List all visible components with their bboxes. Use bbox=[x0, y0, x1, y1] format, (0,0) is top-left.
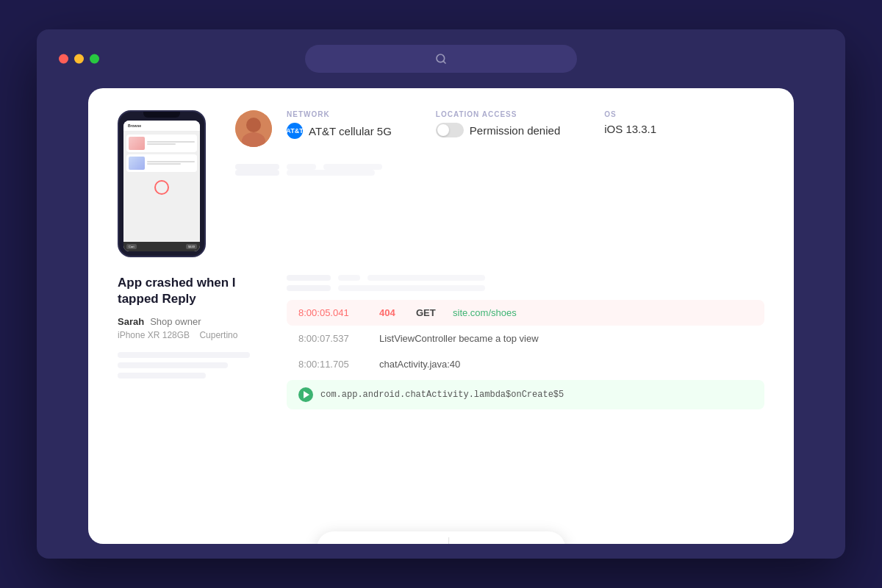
event-method-get: GET bbox=[416, 307, 438, 318]
device-model: iPhone XR 128GB bbox=[118, 330, 190, 340]
phone-mockup: Browse bbox=[118, 110, 206, 257]
user-role: Shop owner bbox=[150, 316, 201, 327]
event-row-normal-2: 8:00:11.705 chatActivity.java:40 bbox=[287, 351, 764, 377]
os-label: OS bbox=[604, 110, 656, 118]
skeleton-bar bbox=[338, 285, 485, 291]
phone-item-image bbox=[129, 137, 145, 150]
event-row-normal-1: 8:00:07.537 ListViewController became a … bbox=[287, 326, 764, 351]
session-section: App crashed when I tapped Reply Sarah Sh… bbox=[118, 275, 764, 544]
skeleton-timeline-row bbox=[287, 275, 764, 281]
location-label: LOCATION ACCESS bbox=[436, 110, 560, 118]
info-section: NETWORK AT&T AT&T cellular 5G LOCATION A… bbox=[235, 110, 764, 257]
tab-crashes[interactable]: Crashes bbox=[317, 531, 448, 544]
network-label: NETWORK bbox=[287, 110, 392, 118]
phone-item-image bbox=[129, 157, 145, 170]
search-bar[interactable] bbox=[305, 45, 577, 73]
skeleton-time bbox=[235, 164, 279, 170]
tab-pill: Crashes Bugs bbox=[317, 531, 565, 544]
avatar bbox=[235, 110, 272, 147]
play-triangle bbox=[304, 391, 309, 398]
content-area: Browse bbox=[37, 88, 845, 559]
minimize-button[interactable] bbox=[74, 54, 84, 64]
user-device: iPhone XR 128GB Cupertino bbox=[118, 330, 265, 340]
phone-price-button: $449 bbox=[186, 244, 197, 249]
att-icon: AT&T bbox=[287, 123, 303, 139]
svg-point-3 bbox=[246, 118, 261, 132]
event-time-2: 8:00:07.537 bbox=[298, 333, 365, 344]
timeline-events: 8:00:05.041 404 GET site.com/shoes 8:00:… bbox=[287, 300, 764, 409]
network-item: NETWORK AT&T AT&T cellular 5G bbox=[287, 110, 392, 139]
os-text: iOS 13.3.1 bbox=[604, 123, 656, 135]
skeleton-bar bbox=[368, 275, 485, 281]
user-meta: Sarah Shop owner bbox=[118, 316, 265, 327]
skeleton-timeline bbox=[287, 275, 764, 291]
bottom-tabs-container: Crashes Bugs ☞ bbox=[317, 531, 565, 544]
card-top: Browse bbox=[118, 110, 764, 257]
svg-line-1 bbox=[443, 61, 445, 63]
maximize-button[interactable] bbox=[90, 54, 99, 64]
avatar-image bbox=[235, 110, 272, 147]
location-text: Permission denied bbox=[470, 124, 560, 137]
phone-body bbox=[123, 132, 200, 242]
event-url: site.com/shoes bbox=[453, 307, 517, 318]
os-value: iOS 13.3.1 bbox=[604, 123, 656, 135]
phone-circle-button bbox=[154, 180, 169, 195]
stack-trace-text: com.app.android.chatActivity.lambda$onCr… bbox=[320, 390, 564, 400]
tab-bugs[interactable]: Bugs bbox=[449, 531, 565, 544]
stack-trace-row[interactable]: com.app.android.chatActivity.lambda$onCr… bbox=[287, 380, 764, 409]
phone-header: Browse bbox=[123, 121, 200, 132]
user-column: App crashed when I tapped Reply Sarah Sh… bbox=[118, 275, 265, 544]
skeleton-time bbox=[287, 285, 331, 291]
search-icon bbox=[435, 53, 447, 65]
skeleton-row bbox=[118, 362, 228, 368]
phone-cart-button: Cart bbox=[126, 244, 137, 249]
os-item: OS iOS 13.3.1 bbox=[604, 110, 656, 135]
tab-bugs-label: Bugs bbox=[493, 542, 521, 544]
phone-item-line bbox=[147, 161, 195, 162]
top-avatar-area: NETWORK AT&T AT&T cellular 5G LOCATION A… bbox=[235, 110, 764, 154]
phone-screen: Browse bbox=[123, 121, 200, 251]
skeleton-row bbox=[118, 352, 250, 358]
skeleton-time bbox=[287, 275, 331, 281]
phone-item bbox=[126, 154, 197, 172]
network-value: AT&T AT&T cellular 5G bbox=[287, 123, 392, 139]
title-bar bbox=[37, 29, 845, 88]
phone-notch bbox=[143, 112, 180, 118]
skeleton-time bbox=[235, 170, 279, 176]
traffic-lights bbox=[59, 54, 99, 64]
skeleton-timeline-row bbox=[287, 285, 764, 291]
timeline-column: 8:00:05.041 404 GET site.com/shoes 8:00:… bbox=[287, 275, 764, 544]
phone-circle-area bbox=[126, 177, 197, 198]
close-button[interactable] bbox=[59, 54, 68, 64]
location-toggle[interactable] bbox=[436, 123, 464, 137]
event-desc-2: chatActivity.java:40 bbox=[379, 359, 460, 370]
crash-title: App crashed when I tapped Reply bbox=[118, 275, 265, 307]
user-location: Cupertino bbox=[199, 330, 237, 340]
skeleton-row bbox=[235, 170, 764, 176]
phone-bottom-bar: Cart $449 bbox=[123, 242, 200, 251]
skeleton-section bbox=[235, 164, 764, 176]
skeleton-row bbox=[235, 164, 764, 170]
user-name: Sarah bbox=[118, 316, 144, 327]
location-item: LOCATION ACCESS Permission denied bbox=[436, 110, 560, 137]
event-status-404: 404 bbox=[379, 307, 401, 318]
event-time-3: 8:00:11.705 bbox=[298, 359, 365, 370]
network-text: AT&T cellular 5G bbox=[309, 125, 392, 137]
skeleton-bar bbox=[338, 275, 360, 281]
play-icon bbox=[298, 387, 313, 402]
meta-row: NETWORK AT&T AT&T cellular 5G LOCATION A… bbox=[287, 110, 656, 139]
skeleton-bar bbox=[287, 170, 375, 176]
event-row-error: 8:00:05.041 404 GET site.com/shoes bbox=[287, 300, 764, 326]
event-time-1: 8:00:05.041 bbox=[298, 307, 365, 318]
location-value: Permission denied bbox=[436, 123, 560, 137]
user-skeletons bbox=[118, 352, 265, 379]
phone-item-line bbox=[147, 143, 176, 145]
skeleton-bar bbox=[287, 164, 316, 170]
main-card: Browse bbox=[88, 88, 794, 544]
mac-window: Browse bbox=[37, 29, 845, 559]
phone-item bbox=[126, 135, 197, 152]
skeleton-row bbox=[118, 373, 206, 379]
event-desc-1: ListViewController became a top view bbox=[379, 333, 539, 344]
phone-item-text bbox=[147, 141, 195, 146]
phone-item-text bbox=[147, 161, 195, 165]
